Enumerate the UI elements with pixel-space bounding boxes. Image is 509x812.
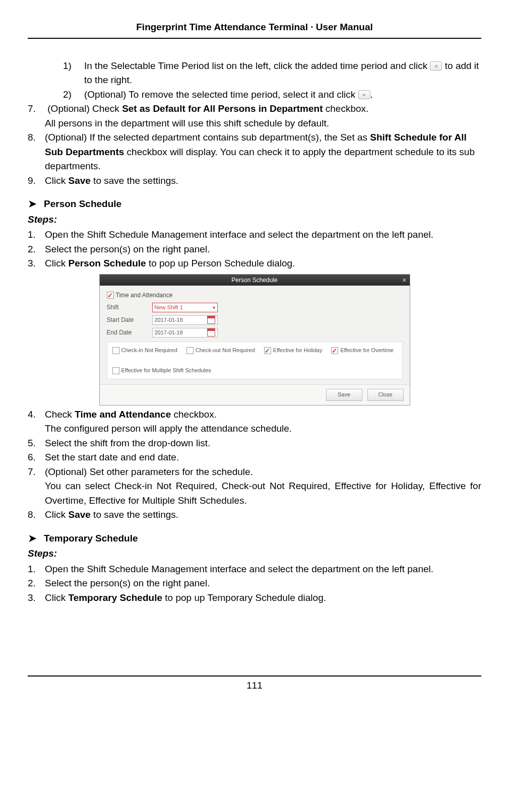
double-chevron-right-icon[interactable]: » (430, 61, 442, 71)
checkin-not-required-option[interactable]: Check-in Not Required (112, 346, 177, 355)
step-text: Open the Shift Schedule Management inter… (45, 228, 481, 242)
calendar-icon[interactable] (207, 328, 215, 336)
shift-row: Shift New Shift 1 ▾ (107, 303, 403, 312)
text: In the Selectable Time Period list on th… (84, 60, 430, 71)
text: checkbox. (323, 103, 369, 114)
steps-label: Steps: (28, 213, 481, 227)
step-text: Click Person Schedule to pop up Person S… (45, 256, 481, 271)
person-step-8: 8. Click Save to save the settings. (28, 508, 481, 522)
step-text: Set the start date and end date. (45, 450, 481, 465)
chevron-right-icon: ➤ (28, 198, 37, 210)
step-text: (Optional) If the selected department co… (45, 130, 481, 174)
save-button[interactable]: Save (326, 389, 362, 401)
text: (Optional) To remove the selected time p… (84, 89, 358, 100)
step-number: 4. (28, 408, 45, 436)
close-icon[interactable]: × (402, 275, 406, 286)
bold-text: Time and Attendance (75, 409, 171, 420)
page-footer: 111 (28, 675, 481, 693)
chevron-down-icon: ▾ (213, 304, 215, 311)
substep-text: (Optional) To remove the selected time p… (84, 88, 481, 102)
text: to save the settings. (91, 175, 178, 186)
bold-text: Person Schedule (68, 258, 146, 268)
step-number: 1. (28, 562, 45, 577)
bold-text: Temporary Schedule (68, 592, 162, 603)
text: Click (45, 175, 68, 186)
text: . (370, 89, 373, 100)
close-button[interactable]: Close (367, 389, 404, 401)
checkbox-label: Time and Attendance (116, 291, 173, 300)
step-9: 9. Click Save to save the settings. (28, 174, 481, 188)
substep-number: 2) (63, 88, 84, 102)
bold-text: Save (68, 509, 90, 520)
checkbox-label: Effective for Holiday (273, 347, 323, 353)
text: to pop up Temporary Schedule dialog. (162, 592, 326, 603)
text: Click (45, 592, 68, 603)
substep-text: In the Selectable Time Period list on th… (84, 59, 481, 88)
person-step-4: 4. Check Time and Attendance checkbox. T… (28, 408, 481, 436)
start-date-label: Start Date (107, 315, 152, 324)
checkbox[interactable] (186, 347, 194, 354)
text: to pop up Person Schedule dialog. (146, 258, 295, 268)
double-chevron-left-icon[interactable]: « (358, 90, 370, 99)
time-attendance-checkbox[interactable] (107, 292, 114, 299)
dialog-footer: Save Close (100, 384, 410, 405)
effective-holiday-option[interactable]: Effective for Holiday (264, 346, 323, 355)
chevron-right-icon: ➤ (28, 533, 37, 544)
options-strip-1: Check-in Not Required Check-out Not Requ… (107, 342, 403, 379)
person-step-2: 2. Select the person(s) on the right pan… (28, 242, 481, 257)
steps-label: Steps: (28, 547, 481, 561)
calendar-icon[interactable] (207, 316, 215, 324)
step-7: 7. (Optional) Check Set as Default for A… (28, 102, 481, 130)
step-number: 8. (28, 508, 45, 522)
step-number: 6. (28, 450, 45, 465)
dialog-body: Time and Attendance Shift New Shift 1 ▾ … (100, 286, 410, 384)
checkbox[interactable] (331, 347, 338, 354)
temp-step-1: 1. Open the Shift Schedule Management in… (28, 562, 481, 577)
text: The configured person will apply the att… (45, 423, 292, 434)
start-date-input[interactable]: 2017-01-18 (152, 315, 218, 325)
bold-text: Set as Default for All Persons in Depart… (122, 103, 323, 114)
checkbox-label: Check-out Not Required (196, 347, 255, 353)
step-number: 3. (28, 256, 45, 271)
step-number: 2. (28, 242, 45, 257)
checkbox[interactable] (112, 367, 119, 374)
checkbox-label: Check-in Not Required (121, 347, 177, 353)
dialog-screenshot: Person Schedule × Time and Attendance Sh… (28, 274, 481, 405)
step-text: (Optional) Check Set as Default for All … (45, 102, 481, 130)
text: to save the settings. (91, 509, 178, 520)
text: (Optional) If the selected department co… (45, 132, 370, 143)
text: Click (45, 509, 68, 520)
effective-overtime-option[interactable]: Effective for Overtime (331, 346, 394, 355)
page-header: Fingerprint Time Attendance Terminal · U… (28, 20, 481, 39)
step-number: 7. (28, 102, 45, 130)
person-schedule-dialog: Person Schedule × Time and Attendance Sh… (99, 274, 410, 405)
step-number: 9. (28, 174, 45, 188)
dialog-title: Person Schedule (231, 277, 277, 284)
text: Click (45, 258, 68, 268)
step-text: Select the shift from the drop-down list… (45, 436, 481, 451)
end-date-input[interactable]: 2017-01-18 (152, 328, 218, 337)
step-text: Select the person(s) on the right panel. (45, 242, 481, 257)
checkbox[interactable] (264, 347, 271, 354)
section-title: Temporary Schedule (44, 531, 138, 546)
shift-select[interactable]: New Shift 1 ▾ (152, 303, 218, 312)
step-number: 2. (28, 576, 45, 591)
step-text: Open the Shift Schedule Management inter… (45, 562, 481, 577)
section-title: Person Schedule (44, 197, 121, 212)
time-attendance-checkbox-row: Time and Attendance (107, 291, 403, 300)
shift-value: New Shift 1 (155, 303, 183, 312)
person-step-6: 6. Set the start date and end date. (28, 450, 481, 465)
text: checkbox. (171, 409, 217, 420)
step-number: 5. (28, 436, 45, 451)
effective-multiple-shift-option[interactable]: Effective for Multiple Shift Schedules (112, 366, 211, 375)
checkout-not-required-option[interactable]: Check-out Not Required (186, 346, 255, 355)
step-text: Click Temporary Schedule to pop up Tempo… (45, 591, 481, 605)
bold-text: Save (68, 175, 90, 186)
checkbox[interactable] (112, 347, 119, 354)
step-text: Click Save to save the settings. (45, 508, 481, 522)
step-number: 8. (28, 130, 45, 174)
substep-1: 1) In the Selectable Time Period list on… (28, 59, 481, 88)
start-date-row: Start Date 2017-01-18 (107, 315, 403, 325)
step-text: Check Time and Attendance checkbox. The … (45, 408, 481, 436)
person-step-3: 3. Click Person Schedule to pop up Perso… (28, 256, 481, 271)
